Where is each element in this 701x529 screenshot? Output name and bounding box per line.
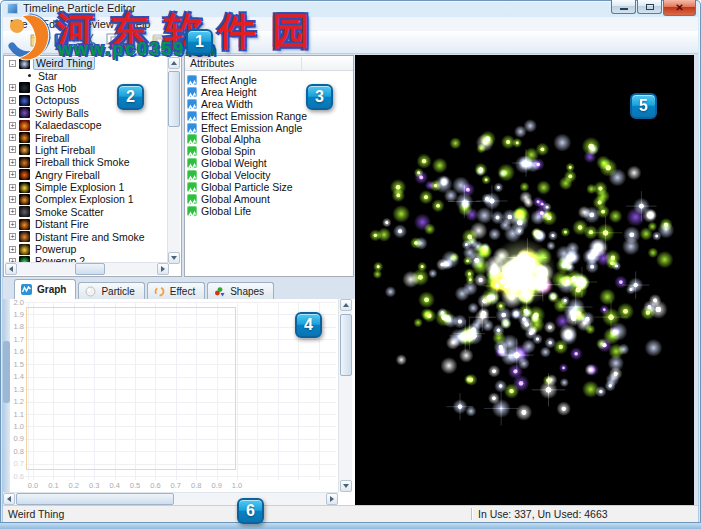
expander-plus-icon[interactable]: + [9, 196, 16, 203]
tree-item[interactable]: +Powerup [5, 243, 169, 255]
particle-thumbnail-icon [19, 219, 30, 230]
tree-item[interactable]: -Weird Thing [5, 57, 169, 69]
attribute-item[interactable]: Global Spin [187, 145, 351, 157]
scroll-down-button[interactable] [168, 252, 180, 264]
tree-item-label: Powerup [33, 243, 78, 255]
expander-plus-icon[interactable]: + [9, 184, 16, 191]
tree-item-label: Weird Thing [33, 57, 95, 70]
tree-horizontal-scrollbar[interactable] [5, 262, 169, 275]
tree-item[interactable]: Star [5, 69, 169, 81]
column-divider[interactable] [301, 57, 302, 70]
attribute-graph-icon [187, 194, 197, 204]
expander-plus-icon[interactable]: + [9, 221, 16, 228]
tree-item[interactable]: +Gas Hob [5, 82, 169, 94]
attribute-item[interactable]: Global Alpha [187, 133, 351, 145]
minimize-button[interactable] [611, 0, 636, 14]
expander-plus-icon[interactable]: + [9, 233, 16, 240]
attribute-item[interactable]: Effect Emission Angle [187, 122, 351, 134]
particle-preview-canvas[interactable] [355, 55, 694, 505]
scroll-up-button[interactable] [168, 57, 180, 69]
x-axis-tick-label: 0.6 [145, 481, 165, 490]
tab-graph[interactable]: Graph [14, 279, 76, 299]
graph-horizontal-scrollbar[interactable] [3, 492, 338, 505]
expander-plus-icon[interactable]: + [9, 97, 16, 104]
expander-plus-icon[interactable]: + [9, 109, 16, 116]
tab-particle[interactable]: Particle [78, 282, 144, 299]
menu-item-help[interactable]: Help [121, 17, 158, 31]
tree-item[interactable]: +Distant Fire [5, 218, 169, 230]
attribute-graph-icon [187, 206, 197, 216]
tree-item-label: Star [36, 70, 59, 82]
scroll-right-button[interactable] [326, 493, 338, 505]
arrow-right-icon [330, 496, 334, 502]
particle-preview-viewport[interactable] [355, 55, 694, 505]
maximize-button[interactable] [637, 0, 662, 14]
maximize-icon [646, 4, 654, 10]
expander-minus-icon[interactable]: - [9, 60, 16, 67]
scroll-down-button[interactable] [340, 480, 352, 492]
tree-item[interactable]: +Simple Explosion 1 [5, 181, 169, 193]
open-button[interactable] [27, 32, 49, 52]
attribute-item[interactable]: Global Particle Size [187, 181, 351, 193]
graph-vertical-scrollbar[interactable] [338, 299, 352, 492]
tree-hscroll-thumb[interactable] [75, 263, 105, 275]
x-axis-tick-label: 0.8 [186, 481, 206, 490]
tree-item[interactable]: +Smoke Scatter [5, 206, 169, 218]
save-button[interactable] [50, 32, 72, 52]
attribute-graph-icon [187, 170, 197, 180]
expander-plus-icon[interactable]: + [9, 171, 16, 178]
tab-shapes[interactable]: Shapes [207, 282, 274, 299]
expander-plus-icon[interactable]: + [9, 246, 16, 253]
arrow-left-icon [7, 496, 11, 502]
attribute-item[interactable]: Effect Emission Range [187, 110, 351, 122]
tree-item[interactable]: +Octopuss [5, 94, 169, 106]
paste-special-button[interactable] [148, 32, 170, 52]
tree-item[interactable]: +Fireball [5, 131, 169, 143]
paste-icon [129, 33, 143, 52]
attribute-item[interactable]: Global Velocity [187, 169, 351, 181]
scroll-left-button[interactable] [5, 263, 17, 275]
attributes-column-header[interactable]: Attributes [185, 56, 353, 71]
attribute-graph-icon [187, 99, 197, 109]
expander-plus-icon[interactable]: + [9, 146, 16, 153]
cut-button[interactable] [79, 32, 101, 52]
graph-scroll-thumb[interactable] [340, 314, 352, 376]
expander-plus-icon[interactable]: + [9, 122, 16, 129]
expander-plus-icon[interactable]: + [9, 134, 16, 141]
tree-item[interactable]: +Light Fireball [5, 144, 169, 156]
expander-plus-icon[interactable]: + [9, 208, 16, 215]
copy-button[interactable] [102, 32, 124, 52]
tree-item-label: Smoke Scatter [33, 206, 106, 218]
window-title: Timeline Particle Editor [23, 2, 136, 14]
tree-item[interactable]: +Distant Fire and Smoke [5, 230, 169, 242]
tab-effect[interactable]: Effect [147, 282, 205, 299]
attribute-item[interactable]: Global Weight [187, 157, 351, 169]
tree-scroll-thumb[interactable] [168, 71, 180, 127]
tree-item[interactable]: +Complex Explosion 1 [5, 193, 169, 205]
y-axis-tick-label: 0.7 [8, 459, 24, 468]
menu-item-file[interactable]: File [3, 17, 35, 31]
close-button[interactable]: ✕ [663, 0, 696, 16]
menu-item-edit[interactable]: Edit [35, 17, 68, 31]
tree-item[interactable]: +Swirly Balls [5, 107, 169, 119]
attribute-item[interactable]: Global Life [187, 205, 351, 217]
paste-button[interactable] [125, 32, 147, 52]
scroll-right-button[interactable] [157, 263, 169, 275]
particle-thumbnail-icon [19, 206, 30, 217]
expander-plus-icon[interactable]: + [9, 84, 16, 91]
title-bar[interactable]: Timeline Particle Editor ✕ [0, 0, 701, 17]
scroll-up-button[interactable] [340, 299, 352, 311]
menu-item-preview[interactable]: Preview [68, 17, 121, 31]
tree-item-label: Fireball [33, 132, 71, 144]
tree-item[interactable]: +Kalaedascope [5, 119, 169, 131]
minimize-icon [620, 8, 628, 10]
scroll-left-button[interactable] [3, 493, 15, 505]
graph-hscroll-thumb[interactable] [16, 493, 174, 505]
expander-plus-icon[interactable]: + [9, 159, 16, 166]
attribute-item[interactable]: Global Amount [187, 193, 351, 205]
annotation-badge-4: 4 [295, 312, 322, 338]
tree-item[interactable]: +Fireball thick Smoke [5, 156, 169, 168]
tree-item-label: Distant Fire and Smoke [33, 231, 147, 243]
tree-vertical-scrollbar[interactable] [167, 57, 180, 264]
tree-item[interactable]: +Angry Fireball [5, 169, 169, 181]
